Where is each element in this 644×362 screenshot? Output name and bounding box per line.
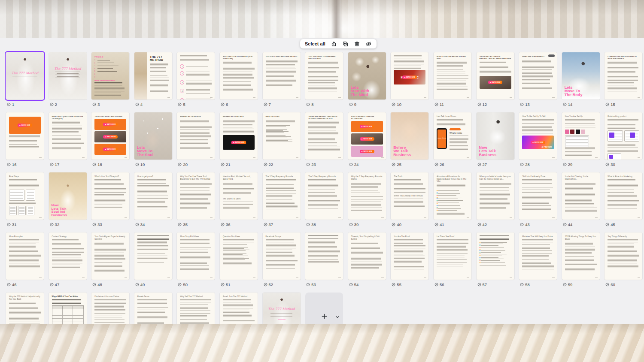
- page-thumbnail[interactable]: WHAT IS EFT (EMOTIONAL FREEDOM TECHNIQUE…: [49, 112, 87, 160]
- page-thumbnail[interactable]: You're Not Chasing, You're Magnetizing..…: [562, 172, 600, 220]
- page-thumbnail[interactable]: THESE ARE MAGNET TIMELINES & ALIGNED VER…: [305, 112, 343, 160]
- page-thumbnail[interactable]: Finish editing product: [605, 112, 642, 160]
- page-thumbnail[interactable]: More Story Poll Ideas...: [177, 232, 215, 280]
- page-thumbnail[interactable]: LetsMove ToThe Body: [562, 52, 600, 100]
- page-thumbnail[interactable]: THE 777 METHOD: [134, 52, 172, 100]
- page-thumbnail[interactable]: Content Strategy: [49, 232, 87, 280]
- page-thumbnail-title: Why You Can Use These Soul Blueprints To…: [180, 175, 212, 180]
- page-thumbnail[interactable]: Shift Into It's Already Done: [519, 172, 557, 220]
- page-thumbnail[interactable]: Your Soul-Aligned Buyer Is Already Scrol…: [91, 232, 129, 280]
- page-thumbnail[interactable]: When your belief is louder then your fea…: [477, 172, 514, 220]
- page-number-label: 22: [264, 162, 301, 167]
- page-thumbnail[interactable]: Question Box Ideas: [220, 232, 258, 280]
- page-status-icon: [50, 283, 54, 287]
- page-number-label: 10: [392, 102, 428, 107]
- page-thumbnail[interactable]: TAP ALONG WITH CARLA DUREN▶WATCH NOW▶WAT…: [91, 112, 129, 160]
- page-thumbnail-title: Email: Join The 777 Method: [223, 296, 255, 298]
- page-thumbnail[interactable]: THE MONEY ACTIVATION MASTERCLASS BY SABR…: [477, 52, 514, 100]
- pages-grid: The 777 Method1The 777 Method2PAGES12345…: [6, 52, 642, 340]
- page-number-label: 47: [50, 282, 87, 287]
- page-thumbnail[interactable]: Abundance Affirmations for Magnetic Sale…: [434, 172, 471, 220]
- page-thumbnail[interactable]: The 777 Method: [49, 52, 87, 100]
- select-all-button[interactable]: Select all: [305, 41, 325, 46]
- page-status-icon: [264, 223, 267, 226]
- page-thumbnail[interactable]: Intention First, Mindset Second, Sales T…: [220, 172, 258, 220]
- page-thumbnail-title: How to get yours?: [137, 175, 169, 178]
- page-thumbnail-title: What's Your Soul Blueprint?: [94, 175, 126, 178]
- page-thumbnail[interactable]: [134, 232, 172, 280]
- page-thumbnail[interactable]: NowLets TalkSoul-ledBusiness: [49, 172, 87, 220]
- page-thumbnail[interactable]: SOUL & HIGHEST TIMELINE ACTIVATIONS▶WATC…: [348, 112, 386, 160]
- page-status-icon: [135, 283, 139, 287]
- page-thumbnail-title: LetsStart WithThe Mind: [351, 86, 369, 97]
- export-icon[interactable]: [331, 41, 337, 47]
- page-thumbnail[interactable]: Final Steps: [6, 172, 44, 220]
- page-thumbnail[interactable]: The Truth...When You Embody This Formula: [391, 172, 428, 220]
- page-number-label: 41: [434, 222, 471, 227]
- page-number-label: 42: [477, 222, 514, 227]
- page-thumbnail[interactable]: LetsMove ToThe Soul: [134, 112, 172, 160]
- page-thumbnail[interactable]: Let Them See Proof: [434, 232, 471, 280]
- page-thumbnail[interactable]: HIERARCHY OF BELIEFSHIERARCHY OFBELIEFS▶…: [220, 112, 258, 160]
- page-thumbnail[interactable]: HOW TO USE THE BELIEF SYSTEM BEST: [434, 52, 471, 100]
- page-number-label: 20: [178, 162, 215, 167]
- page-thumbnail[interactable]: Lets Talk: Inner BloomInner BloomWhat's …: [434, 112, 471, 160]
- page-thumbnail[interactable]: STOP Allowing Things To Keep You Stuck: [562, 232, 600, 280]
- page-thumbnail-title: Ways MRR & You Can Make: [52, 296, 84, 298]
- page-thumbnail-title: Lets Talk: Inner Bloom: [437, 115, 468, 118]
- expand-pages-button[interactable]: [334, 313, 340, 321]
- page-thumbnail[interactable]: How to get yours?: [134, 172, 172, 220]
- page-thumbnail[interactable]: 12345: [177, 52, 215, 100]
- delete-icon[interactable]: [354, 41, 360, 47]
- page-thumbnail[interactable]: Now You Are Set Up: [562, 112, 600, 160]
- page-thumbnail-title: How To Get Set Up To Sell: [522, 115, 554, 118]
- page-number-label: 59: [563, 282, 600, 287]
- video-thumbnail: ▶WATCH NOW: [94, 131, 126, 142]
- page-thumbnail[interactable]: SUCCESS LOOKS DIFFERENT (FOR EVERYONE): [220, 52, 258, 100]
- page-thumbnail[interactable]: [477, 232, 514, 280]
- page-number-label: 12: [477, 102, 514, 107]
- page-thumbnail[interactable]: More Examples...: [6, 232, 44, 280]
- page-thumbnail[interactable]: The 3 Step Frequency Formula: [263, 172, 301, 220]
- page-thumbnail-title: THESE ARE MAGNET TIMELINES & ALIGNED VER…: [308, 115, 340, 120]
- page-status-icon: [50, 163, 54, 166]
- page-thumbnail[interactable]: Say Things Differently: [605, 232, 642, 280]
- page-thumbnail[interactable]: You Are The Proof: [391, 232, 428, 280]
- video-thumbnail: & Payouts▶WATCH NOW: [522, 136, 554, 149]
- page-thumbnail[interactable]: CLEARING THE WAY FOR WEALTH WITH SUBLIMI…: [605, 52, 642, 100]
- page-thumbnail[interactable]: Mistakes That Will Keep You Broke: [519, 232, 557, 280]
- page-status-icon: [477, 283, 481, 287]
- page-status-icon: [605, 223, 609, 226]
- page-thumbnail[interactable]: BeforeWe TalkBusiness: [391, 112, 428, 160]
- page-thumbnail-title: LetsMove ToThe Body: [565, 86, 583, 97]
- page-status-icon: [477, 103, 481, 106]
- page-thumbnail[interactable]: MAGNETIC▶WATCH NOW: [391, 52, 428, 100]
- hide-icon[interactable]: [365, 41, 372, 47]
- page-thumbnail-title: Why the 777 Method Helps Actually Pay Yo…: [9, 296, 41, 300]
- page-thumbnail[interactable]: PAGES1234567Health & Medical Disclaimer: [91, 52, 129, 100]
- page-thumbnail[interactable]: [305, 232, 343, 280]
- page-thumbnail[interactable]: How To Get Set Up To Sell& Payouts▶WATCH…: [519, 112, 557, 160]
- page-thumbnail[interactable]: The 3 Step Frequency Formula: [305, 172, 343, 220]
- page-thumbnail[interactable]: What Is Attraction Marketing: [605, 172, 642, 220]
- page-status-icon: [563, 163, 567, 166]
- page-thumbnail[interactable]: What's Your Soul Blueprint?: [91, 172, 129, 220]
- page-thumbnail[interactable]: Why the 3 Step Frequency Formula Works: [348, 172, 386, 220]
- page-thumbnail[interactable]: YOU JUST NEED TO REMEMBER WHO YOU ARE: [305, 52, 343, 100]
- page-thumbnail[interactable]: The 777 Method: [6, 52, 44, 100]
- page-number-label: 48: [92, 282, 129, 287]
- page-number-label: 44: [563, 222, 600, 227]
- page-thumbnail[interactable]: HIERARCHY OF BELIEFS: [177, 112, 215, 160]
- page-status-icon: [306, 223, 310, 226]
- page-thumbnail[interactable]: ▶WATCH NOW: [6, 112, 44, 160]
- page-thumbnail[interactable]: Threads, Soul Storytelling & Soft Sellin…: [348, 232, 386, 280]
- page-thumbnail[interactable]: YOU DON'T NEED ANOTHER METHOD: [263, 52, 301, 100]
- page-thumbnail[interactable]: WHAT ARE SUBLIMINALS?: [519, 52, 557, 100]
- page-thumbnail[interactable]: NowLets TalkBusiness: [477, 112, 514, 160]
- page-thumbnail[interactable]: Why You Can Use These Soul Blueprints To…: [177, 172, 215, 220]
- page-thumbnail[interactable]: Facebook Groups: [263, 232, 301, 280]
- page-status-icon: [221, 163, 225, 166]
- page-thumbnail[interactable]: LetsStart WithThe Mind: [348, 52, 386, 100]
- duplicate-icon[interactable]: [342, 41, 349, 47]
- page-thumbnail[interactable]: WEALTH CODES: [263, 112, 301, 160]
